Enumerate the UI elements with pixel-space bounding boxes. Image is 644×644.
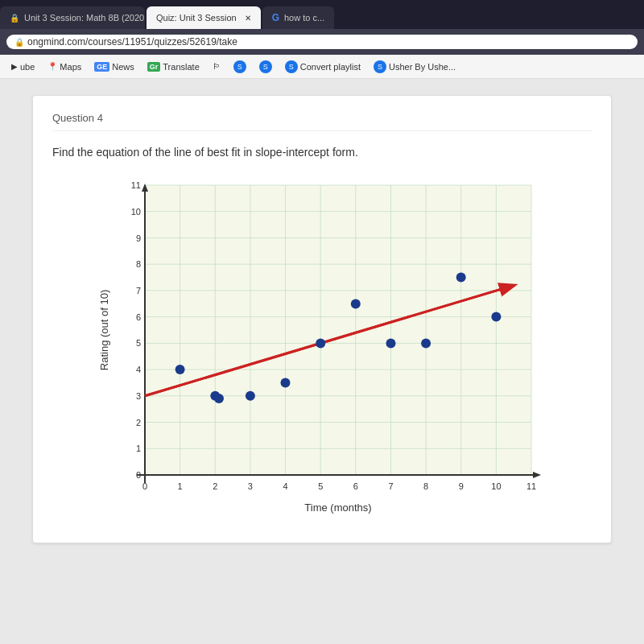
svg-text:5: 5 xyxy=(318,481,323,491)
svg-text:0: 0 xyxy=(136,470,141,480)
tab-google[interactable]: G how to c... xyxy=(262,6,334,29)
svg-text:8: 8 xyxy=(136,259,141,269)
data-point-1 xyxy=(175,365,185,374)
translate-gr-icon: Gr xyxy=(147,62,161,72)
bookmark-news[interactable]: GE News xyxy=(89,60,139,73)
svg-text:9: 9 xyxy=(459,481,464,491)
svg-text:4: 4 xyxy=(283,481,287,491)
svg-text:3: 3 xyxy=(136,391,141,401)
svg-text:6: 6 xyxy=(136,312,141,322)
svg-text:1: 1 xyxy=(136,444,141,453)
youtube-icon: ▶ xyxy=(11,62,18,71)
data-point-6 xyxy=(316,338,325,348)
data-point-4 xyxy=(246,391,255,401)
data-point-5 xyxy=(281,378,291,388)
svg-text:1: 1 xyxy=(178,481,183,491)
circle-icon-1: S xyxy=(233,60,246,73)
bookmark-flag[interactable]: 🏳 xyxy=(208,60,225,72)
circle-icon-2: S xyxy=(259,60,272,73)
data-point-7 xyxy=(351,299,361,308)
data-point-9 xyxy=(421,338,431,348)
svg-text:5: 5 xyxy=(136,338,141,348)
bookmark-circle2[interactable]: S xyxy=(254,59,277,75)
address-lock-icon: 🔒 xyxy=(14,38,24,47)
svg-text:11: 11 xyxy=(526,481,536,491)
chart-container: 0 1 2 3 4 5 6 7 8 9 10 11 0 1 xyxy=(52,177,592,523)
bookmark-convert-label: Convert playlist xyxy=(300,62,361,72)
x-tick-labels: 0 1 2 3 4 5 6 7 8 9 10 11 xyxy=(142,481,536,491)
browser-chrome: 🔒 Unit 3 Session: Math 8B (2020 S... Qui… xyxy=(0,0,644,79)
bookmark-circle1[interactable]: S xyxy=(229,59,251,75)
convert-playlist-icon: S xyxy=(285,60,298,73)
data-point-3 xyxy=(214,394,224,403)
bookmark-maps-label: Maps xyxy=(60,62,81,72)
tab-label: Unit 3 Session: Math 8B (2020 S... xyxy=(24,13,145,23)
bookmark-youtube[interactable]: ▶ ube xyxy=(6,60,39,73)
svg-text:10: 10 xyxy=(131,207,141,217)
bookmark-usher[interactable]: S Usher By Ushe... xyxy=(369,59,460,75)
bookmark-translate-label: Translate xyxy=(163,62,199,72)
data-point-8 xyxy=(386,338,396,348)
maps-icon: 📍 xyxy=(47,62,57,71)
bookmarks-bar: ▶ ube 📍 Maps GE News Gr Translate 🏳 S S … xyxy=(0,55,644,79)
y-axis-label: Rating (out of 10) xyxy=(98,290,110,370)
svg-text:8: 8 xyxy=(423,481,428,491)
svg-text:3: 3 xyxy=(248,481,253,491)
svg-text:2: 2 xyxy=(213,481,217,491)
tab-close-icon[interactable]: ✕ xyxy=(245,14,251,23)
svg-text:11: 11 xyxy=(131,180,141,190)
address-url: ongmind.com/courses/11951/quizzes/52619/… xyxy=(27,36,237,47)
bookmark-news-label: News xyxy=(112,62,134,72)
chart-bg xyxy=(145,185,531,475)
quiz-card: Question 4 Find the equation of the line… xyxy=(32,95,612,543)
x-axis-arrow xyxy=(533,472,541,478)
bookmark-maps[interactable]: 📍 Maps xyxy=(43,60,86,73)
bookmark-translate[interactable]: Gr Translate xyxy=(142,60,204,73)
svg-text:0: 0 xyxy=(142,481,147,491)
svg-text:6: 6 xyxy=(353,481,358,491)
svg-text:4: 4 xyxy=(136,365,141,374)
tab-lock-icon: 🔒 xyxy=(10,14,19,23)
y-tick-labels: 0 1 2 3 4 5 6 7 8 9 10 11 xyxy=(131,180,141,480)
bookmark-usher-label: Usher By Ushe... xyxy=(389,62,456,72)
flag-icon: 🏳 xyxy=(213,62,221,71)
svg-text:7: 7 xyxy=(136,286,141,295)
google-g-icon: G xyxy=(272,12,279,23)
bookmark-convert-playlist[interactable]: S Convert playlist xyxy=(280,59,365,75)
address-bar[interactable]: 🔒 ongmind.com/courses/11951/quizzes/5261… xyxy=(6,35,638,49)
x-axis-label: Time (months) xyxy=(304,502,371,514)
tab-quiz-label: Quiz: Unit 3 Session xyxy=(156,13,237,23)
tab-google-label: how to c... xyxy=(284,13,324,23)
question-label: Question 4 xyxy=(52,112,592,131)
svg-text:10: 10 xyxy=(491,481,501,491)
tab-unit3-session[interactable]: 🔒 Unit 3 Session: Math 8B (2020 S... xyxy=(0,6,145,29)
tab-bar: 🔒 Unit 3 Session: Math 8B (2020 S... Qui… xyxy=(0,0,644,29)
data-point-11 xyxy=(491,312,501,322)
content-area: Question 4 Find the equation of the line… xyxy=(0,79,644,644)
tab-quiz[interactable]: Quiz: Unit 3 Session ✕ xyxy=(147,6,261,29)
data-point-10 xyxy=(456,273,466,283)
scatter-chart: 0 1 2 3 4 5 6 7 8 9 10 11 0 1 xyxy=(97,177,547,523)
svg-text:9: 9 xyxy=(136,233,141,243)
news-ge-icon: GE xyxy=(94,62,109,72)
svg-text:7: 7 xyxy=(388,481,393,491)
bookmark-label: ube xyxy=(20,62,35,72)
address-bar-row: 🔒 ongmind.com/courses/11951/quizzes/5261… xyxy=(0,29,644,55)
usher-icon: S xyxy=(374,60,386,73)
svg-text:2: 2 xyxy=(136,418,141,427)
question-text: Find the equation of the line of best fi… xyxy=(52,144,592,161)
